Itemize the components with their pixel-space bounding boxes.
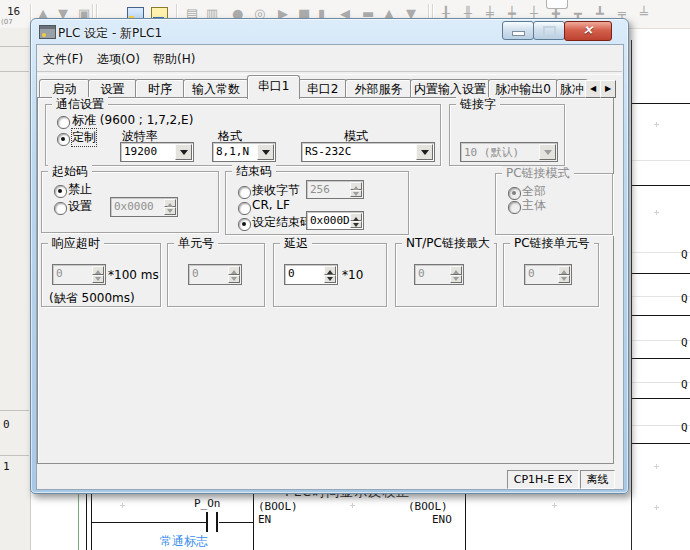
rung-line: [632, 398, 690, 399]
start-code-disable-radio[interactable]: [54, 185, 67, 198]
received-bytes-value: 256: [310, 183, 330, 196]
end-code-set-radio[interactable]: [238, 218, 251, 231]
unit-number-value: 0: [192, 267, 199, 280]
response-timeout-unit: *100 ms: [108, 268, 159, 282]
dropdown-arrow-icon[interactable]: [416, 144, 433, 160]
dropdown-arrow-icon[interactable]: [175, 144, 192, 160]
margin-divider: [0, 410, 29, 411]
spin-up-icon: [450, 266, 462, 275]
operand-label: Q: [681, 248, 688, 261]
rung-line: [632, 443, 690, 444]
tab-settings[interactable]: 设置: [88, 79, 137, 98]
custom-radio[interactable]: [57, 133, 70, 146]
end-code-crlf-label[interactable]: CR, LF: [252, 198, 290, 212]
contact-operand[interactable]: P_On: [194, 497, 221, 510]
contact-comment: 常通标志: [160, 533, 208, 550]
tab-input-constant[interactable]: 输入常数: [183, 79, 249, 98]
start-code-set-radio[interactable]: [54, 202, 67, 215]
operand-label: Q: [681, 421, 688, 434]
link-words-value: 10 (默认): [464, 145, 519, 160]
delay-spinner[interactable]: 0: [284, 264, 338, 285]
tab-serial-port-2[interactable]: 串口2: [298, 79, 347, 98]
link-words-select: 10 (默认): [460, 142, 558, 162]
rung-wire: [219, 522, 253, 523]
tab-pulse-output-0[interactable]: 脉冲输出0: [488, 79, 558, 98]
operand-label: Q: [681, 378, 688, 391]
grid-size-label: 16: [7, 5, 20, 18]
end-code-crlf-radio[interactable]: [238, 202, 251, 215]
grid-mark: [654, 122, 659, 127]
dialog-title: PLC 设定 - 新PLC1: [58, 25, 162, 42]
start-code-disable-label[interactable]: 禁止: [68, 181, 92, 198]
menu-item-file[interactable]: 文件(F): [43, 51, 83, 68]
function-block-left-border: [253, 486, 254, 550]
standard-radio-label[interactable]: 标准 (9600 ; 1,7,2,E): [72, 112, 193, 129]
end-code-value: 0x000D: [310, 214, 350, 227]
group-title: 起始码: [48, 164, 92, 178]
section-line: [78, 486, 79, 550]
spin-up-icon[interactable]: [350, 213, 362, 221]
spin-down-icon[interactable]: [324, 275, 336, 284]
baud-rate-select[interactable]: 19200: [120, 142, 194, 162]
group-end-code: 结束码 接收字节 256 CR, LF 设定结束码 0x000D: [225, 171, 409, 235]
tab-scroll-left-button[interactable]: ◀: [585, 80, 601, 98]
spin-down-icon: [558, 275, 570, 284]
spin-up-icon[interactable]: [324, 266, 336, 275]
grid-mark: [654, 464, 659, 469]
contact-bar: [206, 512, 208, 532]
tab-builtin-input[interactable]: 内置输入设置: [410, 79, 490, 98]
tab-timing[interactable]: 时序: [135, 79, 185, 98]
group-delay: 延迟 0 *10: [273, 243, 387, 307]
end-code-spinner[interactable]: 0x000D: [306, 211, 364, 230]
tab-external-service[interactable]: 外部服务: [345, 79, 412, 98]
pc-link-mode-master-radio: [508, 201, 521, 214]
spin-up-icon: [92, 266, 104, 275]
end-code-received-bytes-label[interactable]: 接收字节: [252, 182, 300, 199]
menu-item-help[interactable]: 帮助(H): [153, 51, 195, 68]
spin-up-icon: [350, 182, 362, 190]
end-code-received-bytes-radio[interactable]: [238, 186, 251, 199]
pc-link-mode-all-radio: [508, 187, 521, 200]
tab-serial-port-1[interactable]: 串口1: [247, 75, 300, 99]
minimize-button[interactable]: [502, 21, 534, 40]
tab-startup[interactable]: 启动: [39, 79, 90, 98]
spin-down-icon[interactable]: [350, 221, 362, 229]
pc-link-mode-master-label: 主体: [522, 197, 546, 214]
group-title: 响应超时: [48, 236, 104, 250]
minimize-icon: [512, 31, 525, 36]
dropdown-arrow-icon[interactable]: [257, 144, 274, 160]
rung-line: [632, 358, 690, 359]
start-code-set-label[interactable]: 设置: [68, 198, 92, 215]
rung-number: 0: [3, 418, 10, 431]
custom-radio-label[interactable]: 定制: [72, 129, 96, 146]
end-code-set-label[interactable]: 设定结束码: [252, 214, 312, 231]
close-icon: ×: [565, 22, 611, 38]
group-title: 通信设置: [52, 97, 108, 111]
status-connection: 离线: [580, 470, 615, 489]
en-pin-type: (BOOL): [258, 500, 298, 513]
group-title: 延迟: [280, 236, 312, 250]
spin-up-icon: [558, 266, 570, 275]
group-start-code: 起始码 禁止 设置 0x0000: [41, 171, 219, 233]
nt-pc-link-max-spinner: 0: [414, 264, 464, 285]
maximize-button[interactable]: [533, 21, 565, 40]
spin-down-icon: [228, 275, 240, 284]
function-block-right-border: [465, 486, 466, 550]
tab-pulse-clipped[interactable]: 脉冲: [556, 79, 588, 98]
tab-scroll-right-button[interactable]: ▶: [600, 80, 616, 98]
baud-rate-value: 19200: [124, 145, 157, 158]
group-title: 链接字: [456, 97, 500, 111]
spin-up-icon: [228, 266, 240, 275]
margin-divider: [0, 455, 29, 456]
pc-link-unit-value: 0: [528, 267, 535, 280]
standard-radio[interactable]: [57, 116, 70, 129]
left-bus-bar-inner: [91, 486, 92, 550]
close-button[interactable]: ×: [564, 21, 612, 41]
response-timeout-spinner: 0: [52, 264, 106, 285]
format-select[interactable]: 8,1,N: [212, 142, 276, 162]
nt-pc-link-max-value: 0: [418, 267, 425, 280]
mode-select[interactable]: RS-232C: [301, 142, 435, 162]
menu-item-options[interactable]: 选项(O): [97, 51, 140, 68]
spin-down-icon: [92, 275, 104, 284]
en-pin-label: EN: [258, 513, 271, 526]
